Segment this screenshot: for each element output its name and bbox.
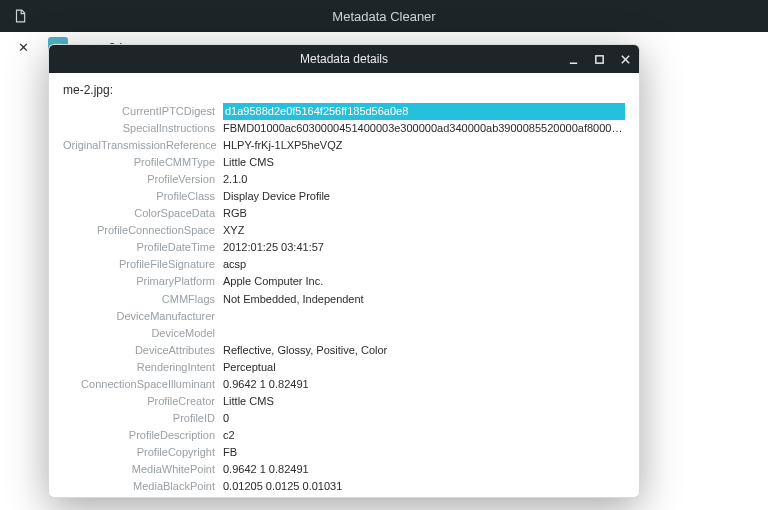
metadata-key: PrimaryPlatform — [63, 273, 223, 290]
svg-rect-3 — [595, 55, 602, 62]
metadata-key: DeviceAttributes — [63, 342, 223, 359]
metadata-key: ColorSpaceData — [63, 205, 223, 222]
metadata-key: CurrentIPTCDigest — [63, 103, 223, 120]
minimize-button[interactable] — [565, 51, 581, 67]
metadata-key: ProfileVersion — [63, 171, 223, 188]
metadata-row: SpecialInstructionsFBMD01000ac6030000451… — [63, 120, 625, 137]
metadata-row: ProfileConnectionSpaceXYZ — [63, 222, 625, 239]
dialog-filename: me-2.jpg: — [63, 83, 625, 97]
dialog-body: me-2.jpg: CurrentIPTCDigestd1a9588d2e0f5… — [49, 73, 639, 497]
metadata-value[interactable] — [223, 325, 625, 342]
metadata-value[interactable]: 2.1.0 — [223, 171, 625, 188]
metadata-key: ProfileClass — [63, 188, 223, 205]
metadata-key: ProfileCopyright — [63, 444, 223, 461]
close-button[interactable] — [617, 51, 633, 67]
metadata-row: ConnectionSpaceIlluminant0.9642 1 0.8249… — [63, 376, 625, 393]
metadata-key: DeviceManufacturer — [63, 308, 223, 325]
metadata-key: ProfileDateTime — [63, 239, 223, 256]
metadata-row: DeviceAttributesReflective, Glossy, Posi… — [63, 342, 625, 359]
metadata-value[interactable]: Perceptual — [223, 359, 625, 376]
metadata-row: CMMFlagsNot Embedded, Independent — [63, 291, 625, 308]
metadata-value[interactable] — [223, 308, 625, 325]
metadata-value[interactable]: d1a9588d2e0f5164f256ff185d56a0e8 — [223, 103, 625, 120]
metadata-row: DeviceModel — [63, 325, 625, 342]
metadata-row: ProfileCopyrightFB — [63, 444, 625, 461]
window-controls — [565, 51, 633, 67]
metadata-value[interactable]: HLPY-frKj-1LXP5heVQZ — [223, 137, 625, 154]
tab-close-button[interactable]: ✕ — [16, 40, 30, 55]
metadata-row: CurrentIPTCDigestd1a9588d2e0f5164f256ff1… — [63, 103, 625, 120]
metadata-row: ProfileClassDisplay Device Profile — [63, 188, 625, 205]
app-titlebar: Metadata Cleaner — [0, 0, 768, 32]
document-icon — [8, 4, 32, 28]
metadata-row: MediaBlackPoint0.01205 0.0125 0.01031 — [63, 478, 625, 491]
metadata-row: MediaWhitePoint0.9642 1 0.82491 — [63, 461, 625, 478]
maximize-button[interactable] — [591, 51, 607, 67]
metadata-details-dialog: Metadata details me-2.jpg: CurrentIPTCDi… — [48, 44, 640, 498]
metadata-value[interactable]: c2 — [223, 427, 625, 444]
metadata-row: ProfileDescriptionc2 — [63, 427, 625, 444]
metadata-row: ProfileID0 — [63, 410, 625, 427]
metadata-key: MediaWhitePoint — [63, 461, 223, 478]
metadata-row: ColorSpaceDataRGB — [63, 205, 625, 222]
metadata-row: ProfileDateTime2012:01:25 03:41:57 — [63, 239, 625, 256]
metadata-table[interactable]: CurrentIPTCDigestd1a9588d2e0f5164f256ff1… — [63, 103, 625, 491]
metadata-row: ProfileFileSignatureacsp — [63, 256, 625, 273]
metadata-row: OriginalTransmissionReferenceHLPY-frKj-1… — [63, 137, 625, 154]
metadata-value[interactable]: FBMD01000ac6030000451400003e300000ad3400… — [223, 120, 625, 137]
metadata-value[interactable]: Display Device Profile — [223, 188, 625, 205]
metadata-key: DeviceModel — [63, 325, 223, 342]
metadata-key: ProfileFileSignature — [63, 256, 223, 273]
metadata-key: OriginalTransmissionReference — [63, 137, 223, 154]
metadata-value[interactable]: 2012:01:25 03:41:57 — [223, 239, 625, 256]
metadata-key: RenderingIntent — [63, 359, 223, 376]
metadata-value[interactable]: 0.01205 0.0125 0.01031 — [223, 478, 625, 491]
metadata-value[interactable]: FB — [223, 444, 625, 461]
metadata-value[interactable]: acsp — [223, 256, 625, 273]
metadata-key: ProfileConnectionSpace — [63, 222, 223, 239]
metadata-key: ProfileDescription — [63, 427, 223, 444]
metadata-value[interactable]: Little CMS — [223, 154, 625, 171]
metadata-row: RenderingIntentPerceptual — [63, 359, 625, 376]
metadata-value[interactable]: 0.9642 1 0.82491 — [223, 461, 625, 478]
metadata-row: PrimaryPlatformApple Computer Inc. — [63, 273, 625, 290]
metadata-row: ProfileCreatorLittle CMS — [63, 393, 625, 410]
metadata-value[interactable]: 0 — [223, 410, 625, 427]
metadata-value[interactable]: XYZ — [223, 222, 625, 239]
metadata-value[interactable]: Apple Computer Inc. — [223, 273, 625, 290]
metadata-key: SpecialInstructions — [63, 120, 223, 137]
metadata-value[interactable]: Reflective, Glossy, Positive, Color — [223, 342, 625, 359]
metadata-key: CMMFlags — [63, 291, 223, 308]
metadata-row: DeviceManufacturer — [63, 308, 625, 325]
metadata-value[interactable]: Little CMS — [223, 393, 625, 410]
metadata-value[interactable]: RGB — [223, 205, 625, 222]
metadata-row: ProfileVersion2.1.0 — [63, 171, 625, 188]
metadata-value[interactable]: 0.9642 1 0.82491 — [223, 376, 625, 393]
metadata-key: MediaBlackPoint — [63, 478, 223, 491]
metadata-key: ProfileCreator — [63, 393, 223, 410]
app-title: Metadata Cleaner — [332, 9, 435, 24]
dialog-title: Metadata details — [300, 52, 388, 66]
dialog-titlebar[interactable]: Metadata details — [49, 45, 639, 73]
metadata-key: ConnectionSpaceIlluminant — [63, 376, 223, 393]
metadata-row: ProfileCMMTypeLittle CMS — [63, 154, 625, 171]
metadata-value[interactable]: Not Embedded, Independent — [223, 291, 625, 308]
metadata-key: ProfileCMMType — [63, 154, 223, 171]
metadata-key: ProfileID — [63, 410, 223, 427]
